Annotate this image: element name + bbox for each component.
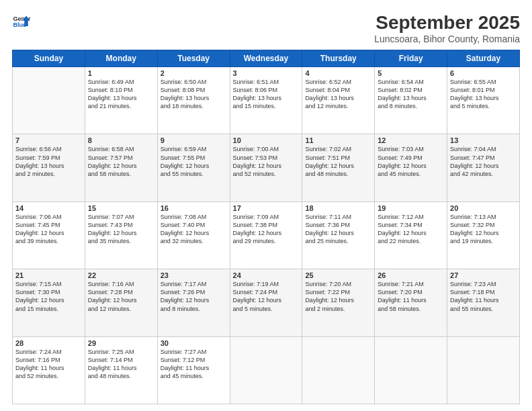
header: General Blue September 2025 Luncsoara, B… [12,12,520,44]
calendar-week-4: 21Sunrise: 7:15 AM Sunset: 7:30 PM Dayli… [13,269,520,336]
calendar-cell: 14Sunrise: 7:06 AM Sunset: 7:45 PM Dayli… [13,201,85,269]
day-info: Sunrise: 7:00 AM Sunset: 7:53 PM Dayligh… [233,145,300,178]
day-info: Sunrise: 7:06 AM Sunset: 7:45 PM Dayligh… [15,213,82,246]
day-info: Sunrise: 6:59 AM Sunset: 7:55 PM Dayligh… [161,145,227,178]
day-number: 17 [233,204,300,212]
day-number: 7 [15,136,82,144]
month-title: September 2025 [374,12,520,34]
day-header-monday: Monday [85,50,157,67]
day-info: Sunrise: 6:58 AM Sunset: 7:57 PM Dayligh… [88,145,154,178]
calendar-cell: 24Sunrise: 7:19 AM Sunset: 7:24 PM Dayli… [230,269,302,336]
day-info: Sunrise: 6:51 AM Sunset: 8:06 PM Dayligh… [233,78,300,111]
day-number: 4 [305,69,371,77]
day-info: Sunrise: 7:17 AM Sunset: 7:26 PM Dayligh… [161,280,227,313]
day-number: 12 [378,136,444,144]
day-info: Sunrise: 7:07 AM Sunset: 7:43 PM Dayligh… [88,213,154,246]
calendar-cell: 26Sunrise: 7:21 AM Sunset: 7:20 PM Dayli… [375,269,447,336]
calendar-cell: 11Sunrise: 7:02 AM Sunset: 7:51 PM Dayli… [302,134,375,201]
calendar-cell: 18Sunrise: 7:11 AM Sunset: 7:36 PM Dayli… [302,201,375,269]
day-number: 29 [88,339,154,347]
day-header-friday: Friday [375,50,447,67]
calendar-cell: 13Sunrise: 7:04 AM Sunset: 7:47 PM Dayli… [447,134,520,201]
day-number: 25 [305,271,371,279]
calendar-cell: 9Sunrise: 6:59 AM Sunset: 7:55 PM Daylig… [157,134,230,201]
day-number: 18 [305,204,371,212]
day-header-sunday: Sunday [13,50,85,67]
day-number: 11 [305,136,371,144]
day-number: 2 [161,69,227,77]
day-number: 9 [161,136,227,144]
calendar-cell: 1Sunrise: 6:49 AM Sunset: 8:10 PM Daylig… [85,67,157,134]
calendar-week-5: 28Sunrise: 7:24 AM Sunset: 7:16 PM Dayli… [13,336,520,404]
logo: General Blue [12,12,32,31]
calendar-cell: 2Sunrise: 6:50 AM Sunset: 8:08 PM Daylig… [157,67,230,134]
day-number: 28 [15,339,82,347]
calendar-cell: 12Sunrise: 7:03 AM Sunset: 7:49 PM Dayli… [375,134,447,201]
calendar-week-3: 14Sunrise: 7:06 AM Sunset: 7:45 PM Dayli… [13,201,520,269]
calendar-cell: 25Sunrise: 7:20 AM Sunset: 7:22 PM Dayli… [302,269,375,336]
calendar-cell: 27Sunrise: 7:23 AM Sunset: 7:18 PM Dayli… [447,269,520,336]
calendar-cell: 19Sunrise: 7:12 AM Sunset: 7:34 PM Dayli… [375,201,447,269]
day-info: Sunrise: 6:49 AM Sunset: 8:10 PM Dayligh… [88,78,154,111]
calendar-cell [375,336,447,404]
day-info: Sunrise: 6:56 AM Sunset: 7:59 PM Dayligh… [15,145,82,178]
day-number: 1 [88,69,154,77]
day-info: Sunrise: 7:13 AM Sunset: 7:32 PM Dayligh… [450,213,517,246]
calendar-cell: 29Sunrise: 7:25 AM Sunset: 7:14 PM Dayli… [85,336,157,404]
day-info: Sunrise: 7:03 AM Sunset: 7:49 PM Dayligh… [378,145,444,178]
day-info: Sunrise: 7:20 AM Sunset: 7:22 PM Dayligh… [305,280,371,313]
calendar-cell: 21Sunrise: 7:15 AM Sunset: 7:30 PM Dayli… [13,269,85,336]
day-info: Sunrise: 7:21 AM Sunset: 7:20 PM Dayligh… [378,280,444,313]
day-info: Sunrise: 6:55 AM Sunset: 8:01 PM Dayligh… [450,78,517,111]
calendar-cell: 10Sunrise: 7:00 AM Sunset: 7:53 PM Dayli… [230,134,302,201]
svg-text:Blue: Blue [13,21,26,28]
day-number: 20 [450,204,517,212]
day-number: 23 [161,271,227,279]
calendar-table: SundayMondayTuesdayWednesdayThursdayFrid… [12,50,520,404]
location-subtitle: Luncsoara, Bihor County, Romania [374,34,520,44]
calendar-cell: 15Sunrise: 7:07 AM Sunset: 7:43 PM Dayli… [85,201,157,269]
calendar-cell [13,67,85,134]
day-number: 27 [450,271,517,279]
calendar-cell: 20Sunrise: 7:13 AM Sunset: 7:32 PM Dayli… [447,201,520,269]
day-number: 10 [233,136,300,144]
day-info: Sunrise: 7:16 AM Sunset: 7:28 PM Dayligh… [88,280,154,313]
day-header-thursday: Thursday [302,50,375,67]
calendar-cell: 7Sunrise: 6:56 AM Sunset: 7:59 PM Daylig… [13,134,85,201]
day-number: 21 [15,271,82,279]
days-header-row: SundayMondayTuesdayWednesdayThursdayFrid… [13,50,520,67]
day-number: 6 [450,69,517,77]
day-number: 26 [378,271,444,279]
title-block: September 2025 Luncsoara, Bihor County, … [374,12,520,44]
day-info: Sunrise: 7:12 AM Sunset: 7:34 PM Dayligh… [378,213,444,246]
day-info: Sunrise: 7:19 AM Sunset: 7:24 PM Dayligh… [233,280,300,313]
calendar-cell [302,336,375,404]
calendar-cell: 6Sunrise: 6:55 AM Sunset: 8:01 PM Daylig… [447,67,520,134]
day-info: Sunrise: 7:15 AM Sunset: 7:30 PM Dayligh… [15,280,82,313]
calendar-cell: 22Sunrise: 7:16 AM Sunset: 7:28 PM Dayli… [85,269,157,336]
day-number: 15 [88,204,154,212]
calendar-cell: 3Sunrise: 6:51 AM Sunset: 8:06 PM Daylig… [230,67,302,134]
calendar-cell: 17Sunrise: 7:09 AM Sunset: 7:38 PM Dayli… [230,201,302,269]
day-info: Sunrise: 7:23 AM Sunset: 7:18 PM Dayligh… [450,280,517,313]
day-info: Sunrise: 7:09 AM Sunset: 7:38 PM Dayligh… [233,213,300,246]
calendar-cell: 23Sunrise: 7:17 AM Sunset: 7:26 PM Dayli… [157,269,230,336]
day-number: 19 [378,204,444,212]
calendar-cell: 4Sunrise: 6:52 AM Sunset: 8:04 PM Daylig… [302,67,375,134]
day-number: 24 [233,271,300,279]
calendar-cell: 16Sunrise: 7:08 AM Sunset: 7:40 PM Dayli… [157,201,230,269]
day-info: Sunrise: 6:54 AM Sunset: 8:02 PM Dayligh… [378,78,444,111]
day-header-saturday: Saturday [447,50,520,67]
calendar-week-1: 1Sunrise: 6:49 AM Sunset: 8:10 PM Daylig… [13,67,520,134]
day-number: 3 [233,69,300,77]
day-header-wednesday: Wednesday [230,50,302,67]
day-info: Sunrise: 6:50 AM Sunset: 8:08 PM Dayligh… [161,78,227,111]
day-number: 22 [88,271,154,279]
calendar-cell [230,336,302,404]
calendar-week-2: 7Sunrise: 6:56 AM Sunset: 7:59 PM Daylig… [13,134,520,201]
day-info: Sunrise: 7:25 AM Sunset: 7:14 PM Dayligh… [88,348,154,381]
day-info: Sunrise: 7:04 AM Sunset: 7:47 PM Dayligh… [450,145,517,178]
day-number: 13 [450,136,517,144]
day-info: Sunrise: 7:11 AM Sunset: 7:36 PM Dayligh… [305,213,371,246]
day-number: 5 [378,69,444,77]
